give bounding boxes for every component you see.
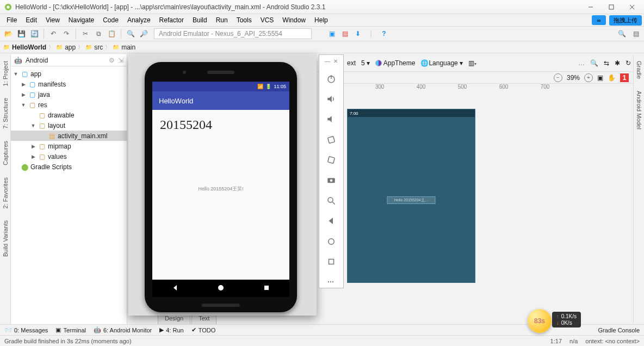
zoom-in-icon[interactable]: + [584,73,593,82]
cut-icon[interactable]: ✂ [81,29,90,39]
paste-icon[interactable]: 📋 [107,29,116,39]
tab-gradle[interactable]: Gradle [635,58,643,82]
theme-dropdown[interactable]: AppTheme [375,59,415,67]
crumb-src[interactable]: 📁src [85,44,103,51]
collapse-icon[interactable]: ⇲ [118,57,123,64]
menu-vcs[interactable]: VCS [256,15,278,25]
menu-view[interactable]: View [41,15,64,25]
expand-arrow-icon[interactable]: ▶ [21,92,26,97]
home-icon[interactable] [325,236,337,247]
nav-home-icon[interactable] [217,284,225,293]
rotate-left-icon[interactable] [325,134,337,145]
open-icon[interactable]: 📂 [3,29,13,39]
upload-pill[interactable]: 拖拽上传 [609,15,642,26]
tree-node[interactable]: ▶▢values [11,151,127,162]
expand-arrow-icon[interactable]: ▶ [30,144,36,149]
tab-favorites[interactable]: 2: Favorites [1,174,10,212]
gear-icon[interactable]: ⚙ [109,57,115,64]
copy-icon[interactable]: ⧉ [94,29,103,39]
ext-dropdown[interactable]: ext [347,59,356,67]
maximize-button[interactable] [604,2,619,13]
search3-icon[interactable]: 🔍 [590,59,598,67]
bottom-run[interactable]: ▶ 4: Run [159,326,183,333]
help-icon[interactable]: ? [379,29,389,39]
tree-node[interactable]: ▶▢mipmap [11,141,127,151]
zoom-out-icon[interactable]: − [554,73,562,82]
menu-code[interactable]: Code [98,15,123,25]
close-button[interactable] [624,2,640,13]
redo-icon[interactable]: ↷ [61,29,71,39]
warning-badge[interactable]: 1 [620,73,629,82]
tree-node[interactable]: ▶▢manifests [11,79,127,89]
canvas-label[interactable]: Hello 20155204王… [387,196,435,204]
undo-icon[interactable]: ↶ [48,29,58,39]
search-icon[interactable]: 🔍 [126,29,135,39]
tree-node[interactable]: ▤activity_main.xml [11,131,127,141]
fit-icon[interactable]: ▣ [597,74,603,82]
camera-icon[interactable] [325,175,337,186]
tree-node[interactable]: ▼▢app [11,69,127,79]
crumb-main[interactable]: 📁main [113,44,135,51]
phone-screen[interactable]: 📶 🔋 11:05 HelloWorld 20155204 Hello 2015… [152,82,289,296]
menu-build[interactable]: Build [188,15,212,25]
tab-project[interactable]: 1: Project [1,58,10,89]
tab-captures[interactable]: Captures [1,138,10,169]
avd-icon[interactable]: ▣ [327,29,337,39]
tab-android-model[interactable]: Android Model [635,88,643,133]
tree-node[interactable]: ▶▢java [11,89,127,100]
jump-icon[interactable]: ⇆ [604,59,609,67]
tree-node[interactable]: ▼▢res [11,100,127,110]
more-icon[interactable]: ⋯ [325,276,337,288]
tree-node[interactable]: ▢drawable [11,110,127,120]
menu-edit[interactable]: Edit [21,15,41,25]
tab-build-variants[interactable]: Build Variants [1,217,10,260]
menu-navigate[interactable]: Navigate [64,15,98,25]
overview-icon[interactable] [325,256,337,267]
download-icon[interactable]: ⬇ [353,29,363,39]
menu-help[interactable]: Help [310,15,332,25]
emu-close-icon[interactable]: ✕ [333,58,338,64]
menu-analyze[interactable]: Analyze [123,15,155,25]
filter-icon[interactable]: ▤ [631,29,641,39]
nav-back-icon[interactable] [171,284,179,293]
crumb-root[interactable]: 📁HelloWorld [3,44,46,51]
expand-arrow-icon[interactable]: ▼ [13,71,18,77]
sdk-icon[interactable]: ▤ [340,29,350,39]
bottom-messages[interactable]: 📨 0: Messages [4,326,48,333]
menu-file[interactable]: File [2,15,21,25]
menu-run[interactable]: Run [212,15,232,25]
expand-arrow-icon[interactable]: ▼ [21,102,26,108]
rotate-right-icon[interactable] [325,154,337,165]
more-icon[interactable]: … [578,59,585,67]
minimize-button[interactable] [583,2,598,13]
bottom-monitor[interactable]: 🤖 6: Android Monitor [94,326,152,333]
menu-refactor[interactable]: Refactor [155,15,188,25]
tree-node[interactable]: ▼▢layout [11,120,127,131]
refresh-icon[interactable]: ↻ [626,59,631,67]
expand-arrow-icon[interactable]: ▼ [30,123,36,128]
menu-tools[interactable]: Tools [232,15,256,25]
bottom-gradle-console[interactable]: Gradle Console [598,327,640,333]
tree-node[interactable]: ⬤Gradle Scripts [11,162,127,172]
expand-arrow-icon[interactable]: ▶ [21,82,26,87]
crumb-app[interactable]: 📁app [56,44,76,51]
lang-dropdown[interactable]: 🌐Language ▾ [420,59,463,67]
emulator-window[interactable]: 📶 🔋 11:05 HelloWorld 20155204 Hello 2015… [128,54,317,316]
api-dropdown[interactable]: 5 ▾ [361,59,370,67]
pan-icon[interactable]: ✋ [608,74,616,82]
design-canvas[interactable]: 7:00 Hello 20155204王… [347,109,475,283]
emu-min-icon[interactable]: — [325,58,330,64]
sync-icon[interactable]: 🔄 [29,29,39,39]
tab-structure[interactable]: 7: Structure [1,95,10,132]
volume-up-icon[interactable] [325,93,337,104]
search2-icon[interactable]: 🔍 [617,29,627,39]
expand-arrow-icon[interactable]: ▶ [30,154,36,159]
save-icon[interactable]: 💾 [16,29,26,39]
gear2-icon[interactable]: ✱ [615,59,620,67]
tree-mode[interactable]: Android [26,57,106,64]
cloud-icon[interactable]: ∞ [592,15,606,25]
find-icon[interactable]: 🔎 [139,29,148,39]
back-icon[interactable] [325,215,337,227]
bottom-todo[interactable]: ✔ TODO [191,326,216,333]
zoom-icon[interactable] [325,195,337,206]
